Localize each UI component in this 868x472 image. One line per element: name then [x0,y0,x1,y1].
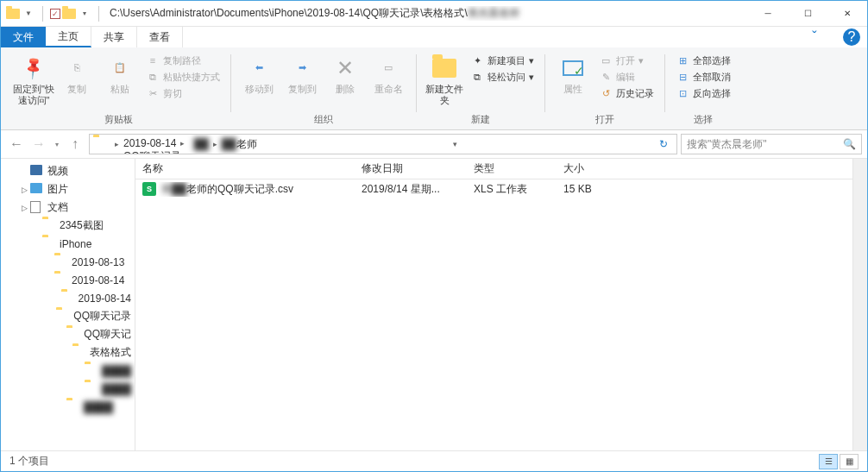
pin-quick-access-button[interactable]: 📌 固定到"快速访问" [13,51,54,106]
copy-path-button[interactable]: ≡复制路径 [142,53,223,68]
group-label: 新建 [471,111,490,129]
nav-forward-button[interactable]: → [28,134,49,154]
open-icon: ▭ [599,53,613,67]
tree-node[interactable]: 表格格式 [1,343,135,362]
ribbon-collapse-icon[interactable]: ˇ [793,27,836,47]
breadcrumb-item[interactable]: 2019-08-14▸ [123,137,194,149]
tree-node[interactable]: iPhone [1,235,135,253]
maximize-button[interactable]: ☐ [788,1,827,27]
separator [98,6,99,22]
properties-button[interactable]: 属性 [552,51,594,95]
copy-to-icon: ➡ [288,54,316,82]
breadcrumb-bar[interactable]: ▸ 文档▸iPhone▸2019-08-14▸QQ聊天记录▸表格格式▸ ██▸ … [89,134,677,154]
nav-back-button[interactable]: ← [6,134,27,154]
details-view-button[interactable]: ☰ [819,454,838,469]
tree-node[interactable]: QQ聊天记 [1,325,135,343]
tree-node[interactable]: QQ聊天记录 [1,307,135,325]
icons-view-button[interactable]: ▦ [840,454,859,469]
tree-icon [85,382,98,396]
rename-button[interactable]: ▭重命名 [368,51,409,95]
invert-selection-button[interactable]: ⊡反向选择 [672,85,734,101]
tree-node[interactable]: ████ [1,398,135,416]
nav-up-button[interactable]: ↑ [65,134,85,154]
edit-button[interactable]: ✎编辑 [595,69,657,85]
minimize-button[interactable]: ─ [748,1,788,27]
search-input[interactable]: 搜索"黄杰晨老师" 🔍 [681,134,862,154]
tab-file[interactable]: 文件 [1,27,46,47]
vertical-scrollbar[interactable] [852,159,867,450]
down-arrow-icon[interactable]: ▼ [22,7,35,21]
tab-share[interactable]: 共享 [91,27,137,47]
history-icon: ↺ [599,86,613,100]
tree-icon [66,328,80,342]
path-icon: ≡ [146,53,160,67]
dropdown-icon[interactable]: ▾ [78,7,91,21]
group-label: 选择 [694,111,713,129]
tab-view[interactable]: 查看 [137,27,183,47]
tree-node[interactable]: ████ [1,362,135,380]
pin-icon: 📌 [14,48,53,87]
checkbox-icon[interactable]: ✓ [50,9,60,19]
tree-icon [85,364,98,378]
tree-node[interactable]: 2019-08-14 [1,271,135,289]
refresh-icon[interactable]: ↻ [654,138,673,150]
column-type[interactable]: 类型 [467,161,557,176]
tab-home[interactable]: 主页 [46,27,91,47]
tree-icon [30,201,44,215]
select-all-button[interactable]: ⊞全部选择 [672,53,734,68]
window-controls: ─ ☐ ✕ [748,1,867,27]
breadcrumb-item[interactable]: ██▸ [194,138,222,150]
tree-icon [30,183,44,197]
column-date[interactable]: 修改日期 [355,161,467,176]
group-clipboard: 📌 固定到"快速访问" ⎘ 复制 📋 粘贴 ≡复制路径 ⧉粘贴快捷方式 ✂剪切 … [6,51,230,129]
tree-node[interactable]: ▷图片 [1,180,135,198]
breadcrumb-item[interactable]: QQ聊天记录▸ [123,149,194,155]
new-item-button[interactable]: ✦新建项目 ▾ [467,53,538,68]
copy-to-button[interactable]: ➡复制到 [281,51,323,95]
rename-icon: ▭ [374,54,402,82]
open-button[interactable]: ▭打开 ▾ [595,53,657,68]
tree-icon [72,346,86,360]
paste-shortcut-button[interactable]: ⧉粘贴快捷方式 [142,69,223,85]
group-organize: ⬅移动到 ➡复制到 ✕删除 ▭重命名 组织 [231,51,416,129]
move-to-button[interactable]: ⬅移动到 [238,51,280,95]
main-area: 视频▷图片▷文档2345截图iPhone2019-08-132019-08-14… [1,159,867,450]
tree-icon [61,292,75,305]
address-dropdown-icon[interactable]: ▾ [448,140,462,148]
nav-recent-button[interactable]: ▾ [51,134,63,154]
quick-access-toolbar: ▼ ✓ ▾ [1,6,110,22]
breadcrumb-item[interactable]: ██老师 [222,137,257,152]
delete-icon: ✕ [331,54,359,82]
tree-node[interactable]: 2019-08-13 [1,253,135,271]
close-button[interactable]: ✕ [827,1,867,27]
file-row[interactable]: S黄██老师的QQ聊天记录.csv 2019/8/14 星期... XLS 工作… [135,179,852,198]
tree-node[interactable]: 2019-08-14 [1,289,135,307]
paste-button[interactable]: 📋 粘贴 [99,51,141,95]
tree-node[interactable]: ▷文档 [1,198,135,217]
navigation-tree[interactable]: 视频▷图片▷文档2345截图iPhone2019-08-132019-08-14… [1,159,135,450]
copy-button[interactable]: ⎘ 复制 [56,51,97,95]
new-folder-button[interactable]: 新建文件夹 [424,51,465,106]
cut-button[interactable]: ✂剪切 [142,85,223,101]
item-count: 1 个项目 [9,454,49,469]
select-none-button[interactable]: ⊟全部取消 [672,69,734,85]
tree-node[interactable]: ████ [1,380,135,398]
breadcrumb-root-chevron[interactable]: ▸ [110,140,123,148]
easy-access-button[interactable]: ⧉轻松访问 ▾ [467,69,538,85]
file-rows: S黄██老师的QQ聊天记录.csv 2019/8/14 星期... XLS 工作… [135,179,852,450]
invert-icon: ⊡ [676,86,689,100]
column-name[interactable]: 名称 [135,161,355,176]
copy-icon: ⎘ [63,54,91,82]
tree-node[interactable]: 视频 [1,162,135,180]
help-icon[interactable]: ? [843,28,860,46]
select-none-icon: ⊟ [676,70,689,84]
column-size[interactable]: 大小 [557,161,634,176]
tree-icon [54,274,68,287]
group-select: ⊞全部选择 ⊟全部取消 ⊡反向选择 选择 [665,51,741,129]
tree-icon [66,400,80,414]
tree-icon [54,255,68,269]
file-list: 名称 修改日期 类型 大小 S黄██老师的QQ聊天记录.csv 2019/8/1… [135,159,852,450]
history-button[interactable]: ↺历史记录 [595,85,657,101]
delete-button[interactable]: ✕删除 [324,51,366,95]
tree-node[interactable]: 2345截图 [1,217,135,235]
